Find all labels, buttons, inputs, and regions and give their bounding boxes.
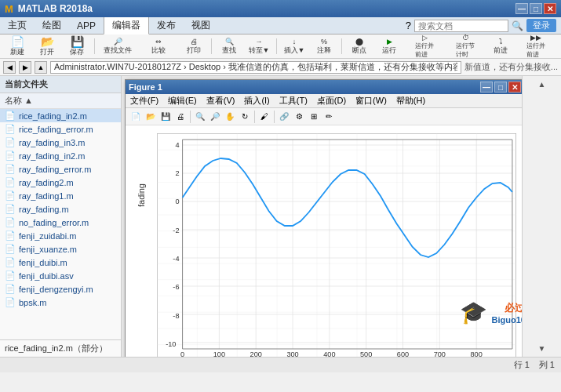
file-item-ray-fading2[interactable]: 📄 ray_fading2.m (0, 176, 121, 189)
fig-open-button[interactable]: 📂 (144, 110, 158, 124)
figure-menu-window[interactable]: 窗口(W) (351, 94, 392, 107)
right-panel-scroll-up[interactable]: ▲ (525, 78, 559, 91)
file-item-ray-fading-in3[interactable]: 📄 ray_fading_in3.m (0, 136, 121, 149)
goto-button[interactable]: → 转至▼ (245, 37, 273, 56)
print-button[interactable]: 🖨 打印 (180, 37, 208, 56)
title-bar: M MATLAB R2018a — □ ✕ (0, 0, 561, 17)
menu-editor[interactable]: 编辑器 (104, 17, 149, 34)
address-bar: ◀ ▶ ▲ 新值道，还有分集接收... (0, 59, 561, 76)
minimize-button[interactable]: — (515, 3, 528, 14)
svg-text:0: 0 (175, 198, 179, 205)
maximize-button[interactable]: □ (530, 3, 542, 14)
svg-text:-10: -10 (166, 340, 176, 348)
run-all-button[interactable]: ▶▶ 运行并 前进 (516, 37, 556, 56)
address-input[interactable] (50, 61, 461, 74)
file-item-fenji-duibi-asv[interactable]: 📄 fenji_duibi.asv (0, 269, 121, 282)
svg-text:800: 800 (470, 350, 482, 357)
svg-text:400: 400 (323, 350, 335, 357)
breakpoint-button[interactable]: ⬤ 断点 (345, 37, 373, 56)
find-button[interactable]: 🔍 查找 (215, 37, 243, 56)
figure-menu-edit[interactable]: 编辑(E) (163, 94, 202, 107)
fig-edit-button[interactable]: ✏ (322, 110, 336, 124)
login-button[interactable]: 登录 (526, 19, 556, 32)
file-item-rice-fading-in2[interactable]: 📄 rice_fading_in2.m (0, 109, 121, 122)
open-button[interactable]: 📂 打开 (33, 37, 61, 56)
file-item-ray-fading1[interactable]: 📄 ray_fading1.m (0, 189, 121, 202)
figure-close[interactable]: ✕ (508, 82, 521, 93)
file-item-fenji-xuanze[interactable]: 📄 fenji_xuanze.m (0, 242, 121, 256)
run-section-button[interactable]: ▷ 运行并 前进 (405, 37, 444, 56)
fig-new-button[interactable]: 📄 (129, 110, 143, 124)
title-bar-left: M MATLAB R2018a (5, 3, 93, 15)
svg-text:-6: -6 (173, 283, 179, 291)
back-button[interactable]: ◀ (3, 61, 16, 74)
file-item-fenji-duibi[interactable]: 📄 fenji_duibi.m (0, 256, 121, 269)
run-all-icon: ▶▶ (530, 34, 541, 42)
file-icon: 📄 (5, 177, 16, 187)
file-item-ray-fading[interactable]: 📄 ray_fading.m (0, 202, 121, 216)
new-button[interactable]: 📄 新建 (3, 37, 31, 56)
close-button[interactable]: ✕ (544, 3, 556, 14)
figure-menu-bar: 文件(F) 编辑(E) 查看(V) 插入(I) 工具(T) 桌面(D) 窗口(W… (126, 94, 524, 108)
figure-menu-help[interactable]: 帮助(H) (392, 94, 430, 107)
compare-button[interactable]: ⇔ 比较 (139, 37, 178, 56)
fig-config-button[interactable]: ⚙ (292, 110, 306, 124)
menu-home[interactable]: 主页 (0, 17, 35, 34)
fig-zoom-in-button[interactable]: 🔍 (193, 110, 207, 124)
find-icon: 🔍 (225, 38, 234, 45)
file-item-bpsk[interactable]: 📄 bpsk.m (0, 296, 121, 309)
figure-minimize[interactable]: — (480, 82, 493, 93)
svg-text:100: 100 (213, 350, 225, 357)
file-item-no-fading-error[interactable]: 📄 no_fading_error.m (0, 216, 121, 229)
figure-maximize[interactable]: □ (494, 82, 507, 93)
run-section-icon: ▷ (422, 34, 428, 42)
fig-link-button[interactable]: 🔗 (277, 110, 291, 124)
menu-plot[interactable]: 绘图 (35, 17, 69, 34)
find-files-icon: 🔎 (114, 38, 122, 45)
fig-pan-button[interactable]: ✋ (223, 110, 237, 124)
question-icon[interactable]: ? (406, 20, 411, 31)
run-button[interactable]: ▶ 运行 (375, 37, 403, 56)
fig-rotate-button[interactable]: ↻ (238, 110, 252, 124)
fig-brush-button[interactable]: 🖌 (257, 110, 271, 124)
fig-save-button[interactable]: 💾 (158, 110, 173, 124)
figure-menu-desktop[interactable]: 桌面(D) (312, 94, 351, 107)
address-extra: 新值道，还有分集接收... (464, 61, 558, 73)
svg-text:500: 500 (360, 350, 372, 357)
fig-table-button[interactable]: ⊞ (307, 110, 321, 124)
search-icon[interactable]: 🔍 (512, 20, 523, 31)
find-files-button[interactable]: 🔎 查找文件 (98, 37, 137, 56)
svg-text:200: 200 (250, 350, 262, 357)
up-button[interactable]: ▲ (35, 61, 47, 74)
menu-app[interactable]: APP (69, 17, 104, 34)
file-item-fenji-dengzengyi[interactable]: 📄 fenji_dengzengyi.m (0, 282, 121, 296)
file-icon: 📄 (5, 191, 16, 201)
file-item-rice-fading-error[interactable]: 📄 rice_fading_error.m (0, 122, 121, 136)
insert-icon: ↓ (293, 38, 297, 45)
figure-menu-insert[interactable]: 插入(I) (239, 94, 274, 107)
file-item-ray-fading-error[interactable]: 📄 ray_fading_error.m (0, 162, 121, 176)
file-name: ray_fading_in2.m (19, 151, 85, 161)
save-button[interactable]: 💾 保存 (63, 37, 91, 56)
note-icon: % (321, 38, 327, 45)
figure-title-bar: Figure 1 — □ ✕ (126, 80, 524, 94)
figure-menu-tools[interactable]: 工具(T) (275, 94, 312, 107)
run-time-button[interactable]: ⏱ 运行节 计时 (446, 37, 485, 56)
fig-print-button[interactable]: 🖨 (173, 110, 188, 124)
menu-view[interactable]: 视图 (184, 17, 218, 34)
note-button[interactable]: % 注释 (310, 37, 338, 56)
right-panel-scroll-down[interactable]: ▼ (525, 342, 559, 355)
file-item-fenji-zuidabi[interactable]: 📄 fenji_zuidabi.m (0, 229, 121, 242)
file-name: bpsk.m (19, 298, 46, 307)
figure-title: Figure 1 (129, 82, 162, 92)
figure-menu-view[interactable]: 查看(V) (202, 94, 240, 107)
menu-publish[interactable]: 发布 (149, 17, 184, 34)
insert-button[interactable]: ↓ 插入▼ (280, 37, 308, 56)
file-item-ray-fading-in2[interactable]: 📄 ray_fading_in2.m (0, 149, 121, 162)
forward-button[interactable]: ▶ (19, 61, 31, 74)
figure-menu-file[interactable]: 文件(F) (126, 94, 163, 107)
search-input[interactable] (414, 20, 508, 32)
title-bar-controls: — □ ✕ (515, 3, 556, 14)
fig-zoom-out-button[interactable]: 🔎 (208, 110, 222, 124)
advance-button[interactable]: ⤵ 前进 (486, 37, 515, 56)
